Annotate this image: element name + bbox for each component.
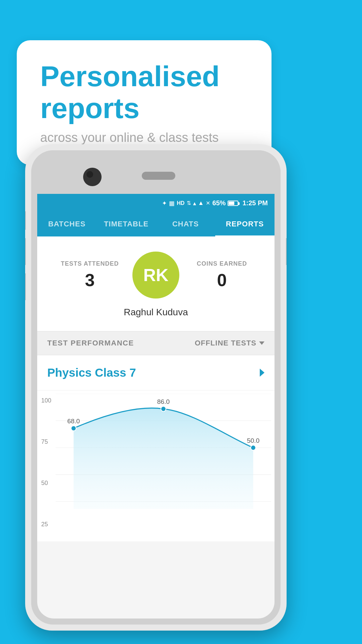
profile-section: TESTS ATTENDED 3 RK COINS EARNED 0 Raghu…: [37, 236, 275, 331]
battery-percent: 65%: [212, 199, 226, 207]
filter-dropdown[interactable]: OFFLINE TESTS: [195, 339, 264, 347]
chevron-down-icon: [259, 341, 264, 345]
mute-button: [25, 211, 26, 230]
profile-row: TESTS ATTENDED 3 RK COINS EARNED 0: [47, 252, 264, 299]
hd-icon: HD: [177, 200, 184, 206]
data-point-0: [71, 426, 76, 431]
bluetooth-icon: ✦: [162, 200, 167, 207]
tab-chats[interactable]: CHATS: [156, 212, 215, 236]
data-point-1: [161, 407, 166, 412]
wifi-icon: ▴: [193, 200, 196, 207]
class-row[interactable]: Physics Class 7: [37, 355, 275, 390]
tests-attended-label: TESTS ATTENDED: [47, 260, 132, 267]
y-label-100: 100: [41, 397, 51, 404]
chevron-right-icon: [260, 369, 264, 377]
filter-label: OFFLINE TESTS: [195, 339, 256, 347]
y-label-50: 50: [41, 480, 51, 487]
phone-frame: ✦ ▦ HD ⇅ ▴ ▲ ✕ 65%: [25, 144, 287, 631]
tab-timetable[interactable]: TIMETABLE: [97, 212, 156, 236]
coins-earned-value: 0: [179, 270, 264, 290]
no-signal-icon: ✕: [206, 200, 210, 206]
class-name: Physics Class 7: [47, 366, 136, 379]
y-label-75: 75: [41, 438, 51, 445]
battery-icon: [228, 201, 238, 206]
vibrate-icon: ▦: [169, 200, 175, 207]
signal-icon: ▲: [198, 200, 204, 207]
test-performance-label: TEST PERFORMANCE: [47, 339, 134, 347]
tests-attended-block: TESTS ATTENDED 3: [47, 260, 132, 290]
nav-tabs: BATCHES TIMETABLE CHATS REPORTS: [37, 212, 275, 236]
data-label-0: 68.0: [67, 418, 80, 425]
profile-name: Raghul Kuduva: [124, 307, 188, 318]
clock: 1:25 PM: [242, 199, 268, 207]
tab-reports[interactable]: REPORTS: [215, 212, 275, 236]
speaker-grille: [142, 172, 175, 180]
tests-attended-value: 3: [47, 270, 132, 290]
power-button: [286, 238, 287, 265]
test-performance-header: TEST PERFORMANCE OFFLINE TESTS: [37, 331, 275, 355]
y-axis-labels: 100 75 50 25: [41, 397, 51, 541]
front-camera: [83, 168, 102, 186]
status-icons: ✦ ▦ HD ⇅ ▴ ▲ ✕ 65%: [162, 199, 268, 207]
data-label-1: 86.0: [157, 398, 170, 405]
phone-inner: ✦ ▦ HD ⇅ ▴ ▲ ✕ 65%: [31, 150, 281, 625]
data-label-2: 50.0: [247, 437, 260, 444]
data-transfer-icon: ⇅: [187, 200, 191, 206]
coins-earned-block: COINS EARNED 0: [179, 260, 264, 290]
y-label-25: 25: [41, 521, 51, 528]
tab-batches[interactable]: BATCHES: [37, 212, 97, 236]
bubble-title: Personalised reports: [40, 60, 248, 124]
bubble-subtitle: across your online & class tests: [40, 130, 248, 145]
data-point-2: [251, 445, 256, 450]
phone-screen: ✦ ▦ HD ⇅ ▴ ▲ ✕ 65%: [37, 194, 275, 619]
volume-up-button: [25, 238, 26, 265]
avatar: RK: [132, 252, 179, 299]
status-bar: ✦ ▦ HD ⇅ ▴ ▲ ✕ 65%: [37, 194, 275, 212]
coins-earned-label: COINS EARNED: [179, 260, 264, 267]
volume-down-button: [25, 273, 26, 300]
avatar-initials: RK: [143, 265, 168, 285]
chart-area: 100 75 50 25: [37, 390, 275, 541]
line-chart: 68.0 86.0 50.0: [56, 394, 271, 538]
